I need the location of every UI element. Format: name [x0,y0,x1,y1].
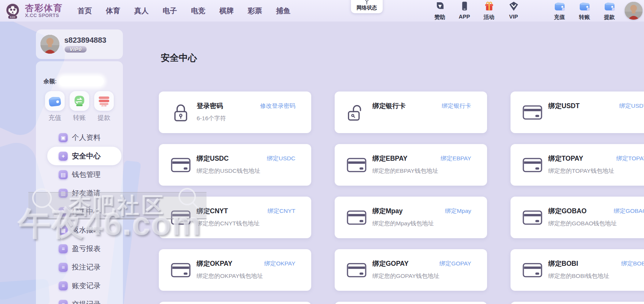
sidebar-transfer-button[interactable]: 转账 [70,91,89,122]
card-icon [344,197,369,238]
card-action-link[interactable]: 绑定银行卡 [442,102,472,110]
card-title: 绑定TOPAY [548,154,583,163]
user-avatar[interactable] [625,2,642,20]
card-icon [520,197,545,238]
card-action-link[interactable]: 绑定GOPAY [439,260,471,268]
card-action-link[interactable]: 绑定TOPAY [616,155,644,163]
nav-link[interactable]: 首页 [78,6,92,16]
network-status-label: 网络状态 [357,5,377,11]
partial-card [335,302,487,304]
withdraw-button[interactable]: 提款 [601,1,618,21]
menu-item-label: 好友邀请 [72,188,101,198]
card-action-link[interactable]: 绑定USDC [267,155,295,163]
card-action-link[interactable]: 绑定CNYT [268,207,295,215]
nav-link[interactable]: 彩票 [248,6,262,16]
card-action-link[interactable]: 绑定OKPAY [264,260,295,268]
menu-item-label: 钱包管理 [72,170,101,180]
security-card: 绑定Mpay 绑定您的Mpay钱包地址 绑定Mpay [335,197,487,238]
sidebar-menu-item-invite[interactable]: ▥ 好友邀请 [47,184,121,202]
nav-link[interactable]: 棋牌 [219,6,234,16]
main-nav: 首页体育真人电子电竞棋牌彩票捕鱼 [78,6,290,16]
card-title: 绑定USDC [197,154,229,163]
nav-link[interactable]: 体育 [106,6,120,16]
sidebar-menu-item-rebate-report[interactable]: ▦ 返水报表 [47,221,121,239]
nav-wallet-label: 充值 [554,14,565,21]
card-subtitle: 绑定您的CNYT钱包地址 [197,220,259,228]
menu-item-icon: ≡ [59,244,68,253]
nav-link[interactable]: 电竞 [191,6,205,16]
transfer-button[interactable]: 转账 [576,1,593,21]
sidebar-menu-item-wallet-manage[interactable]: ▤ 钱包管理 [47,165,121,184]
sidebar-withdraw-button[interactable]: ATM 提款 [94,91,114,122]
security-card: 绑定BOBI 绑定您的BOBI钱包地址 绑定BOBI [511,249,644,291]
bank-card-icon [171,262,191,278]
card-subtitle: 6-16个字符 [197,115,226,123]
quick-action-label: 充值 [45,113,65,122]
security-card: 绑定OKPAY 绑定您的OKPAY钱包地址 绑定OKPAY [159,249,311,291]
sponsor-button[interactable]: 赞助 [432,1,448,21]
card-action-link[interactable]: 绑定BOBI [621,260,644,268]
card-title: 绑定USDT [548,101,580,110]
menu-item-label: 交提记录 [72,299,101,304]
panda-logo-icon: X.CC [4,2,22,20]
brand-title-en: X.CC SPORTS [25,13,63,18]
recharge-button[interactable]: 充值 [551,1,568,21]
card-action-link[interactable]: 绑定USDT [619,102,644,110]
nav-action-group: 赞助 APP [432,1,521,21]
sidebar-user-info: s823894883 VIP0 [64,36,106,53]
nav-link[interactable]: 真人 [134,6,149,16]
vip-button[interactable]: VIP [506,1,521,21]
nav-link[interactable]: 捕鱼 [276,6,290,16]
quick-action-label: 提款 [94,113,114,122]
recharge-wallet-icon [45,91,65,111]
card-subtitle: 绑定您的GOBAO钱包地址 [548,220,617,228]
sidebar-avatar[interactable] [40,35,59,54]
activity-button[interactable]: 活动 [481,1,497,21]
card-title: 绑定GOPAY [372,259,408,268]
menu-item-icon: ≡ [59,263,68,272]
card-title: 绑定银行卡 [372,101,406,110]
card-action-link[interactable]: 绑定GOBAO [614,207,644,215]
sidebar-recharge-button[interactable]: 充值 [45,91,65,122]
sidebar-menu-item-security-shield[interactable]: + 安全中心 [47,147,121,165]
security-card: 绑定TOPAY 绑定您的TOPAY钱包地址 绑定TOPAY [511,144,644,186]
nav-wallet-label: 转账 [579,14,590,21]
sidebar-menu-item-pnl-report[interactable]: ≡ 盈亏报表 [47,239,121,258]
logo-badge-text: X.CC [10,16,16,18]
sidebar-menu-item-account-changes[interactable]: ≡ 账变记录 [47,276,121,295]
wallet-icon [579,1,590,13]
security-card: 绑定EBPAY 绑定您的EBPAY钱包地址 绑定EBPAY [335,144,487,186]
app-icon [459,1,470,13]
sidebar-menu-item-promo[interactable]: ¥ 优惠中心 [47,202,121,221]
sidebar-menu-item-profile[interactable]: ▣ 个人资料 [47,128,121,147]
brand-logo[interactable]: X.CC 杏彩体育 X.CC SPORTS [4,2,67,20]
bank-card-icon [171,157,191,173]
menu-item-label: 投注记录 [72,262,101,272]
card-icon [168,144,194,186]
app-download-button[interactable]: APP [456,1,472,21]
card-action-link[interactable]: 修改登录密码 [260,102,295,110]
card-title: 绑定CNYT [197,206,228,216]
sidebar-user-card: s823894883 VIP0 [36,29,123,59]
card-action-link[interactable]: 绑定EBPAY [441,155,471,163]
brand-names: 杏彩体育 X.CC SPORTS [25,3,63,18]
security-card: 绑定GOBAO 绑定您的GOBAO钱包地址 绑定GOBAO [511,197,644,238]
nav-link[interactable]: 电子 [163,6,177,16]
nav-action-label: VIP [509,14,518,20]
sidebar-menu-item-bet-records[interactable]: ≡ 投注记录 [47,258,121,276]
security-card: 绑定银行卡 绑定银行卡 [335,92,487,133]
transfer-icon [70,91,89,111]
card-subtitle: 绑定您的EBPAY钱包地址 [372,167,438,175]
card-action-link[interactable]: 绑定Mpay [445,207,471,215]
sidebar-menu-item-deposit-withdraw-records[interactable]: ≡ 交提记录 [47,295,121,304]
card-icon [168,249,194,291]
card-icon [520,92,545,133]
security-card: 绑定CNYT 绑定您的CNYT钱包地址 绑定CNYT [159,197,311,238]
security-card: 绑定GOPAY 绑定您的GOPAY钱包地址 绑定GOPAY [335,249,487,291]
menu-item-label: 安全中心 [72,151,101,161]
nav-action-label: APP [459,14,470,20]
network-status-pill[interactable]: 网络状态 [351,0,383,13]
bank-card-icon [171,210,191,225]
wallet-icon [604,1,615,13]
vip-level-badge: VIP0 [64,46,87,53]
